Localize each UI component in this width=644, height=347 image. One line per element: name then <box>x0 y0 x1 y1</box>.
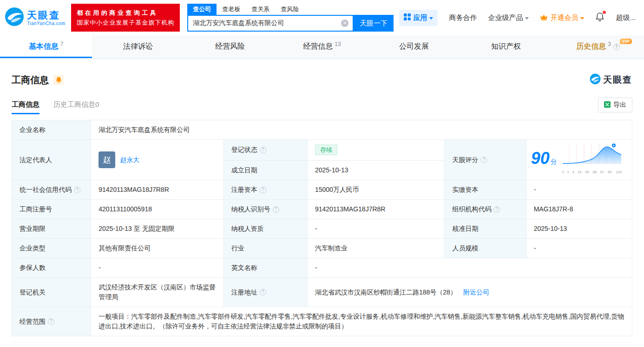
tab-operation-info-count: 13 <box>335 41 341 47</box>
section-divider <box>12 342 632 342</box>
tab-operation-risk[interactable]: 经营风险 <box>184 35 276 58</box>
legal-rep-avatar[interactable]: 赵 <box>99 151 115 168</box>
tab-company-development[interactable]: 公司发展 <box>368 35 460 58</box>
credit-code-label-text: 统一社会信用代码 <box>20 185 72 195</box>
label-business-scope: 经营范围 <box>12 307 91 336</box>
menu-business-cooperation[interactable]: 商务合作 <box>449 13 477 22</box>
menu-apps[interactable]: 应用 <box>399 10 438 26</box>
score-value: 90 <box>531 149 550 168</box>
label-insured-count: 参保人数 <box>12 258 91 278</box>
value-industry: 汽车制造业 <box>307 239 444 258</box>
label-company-type: 企业类型 <box>12 239 91 258</box>
status-badge: 存续 <box>315 144 337 155</box>
logo-domain: TianYanCha.com <box>27 21 66 26</box>
chevron-down-icon <box>525 17 529 20</box>
tab-history-info-count: 3 <box>608 41 611 47</box>
export-label: 导出 <box>613 101 626 109</box>
top-menu: 应用 商务合作 企业级产品 开通会员 <box>399 10 636 26</box>
search-tab-company[interactable]: 查公司 <box>187 4 217 15</box>
help-icon[interactable] <box>493 206 500 213</box>
label-taxpayer-qualification: 纳税人资质 <box>223 219 307 239</box>
help-icon[interactable] <box>480 157 487 163</box>
label-tianyan-score: 天眼评分 <box>445 140 526 180</box>
help-icon[interactable] <box>260 289 266 295</box>
tab-intellectual-property-label: 知识产权 <box>491 42 521 52</box>
tianyancha-logo[interactable]: 天眼查 TianYanCha.com <box>5 7 66 28</box>
value-insured-count: - <box>91 258 223 278</box>
score-axis-labels: 01 315 5085 9799 100 <box>562 167 622 177</box>
excel-export-icon <box>604 101 611 109</box>
search-button[interactable]: 天眼一下 <box>354 15 394 32</box>
menu-enterprise-products[interactable]: 企业级产品 <box>488 13 529 22</box>
tianyancha-company-page: 天眼查 TianYanCha.com 都在用的商业查询工具 国家中小企业发展子基… <box>0 0 644 347</box>
menu-enterprise-label: 企业级产品 <box>488 13 523 22</box>
value-paid-capital: - <box>526 180 632 200</box>
value-registered-address: 湖北省武汉市汉南区纱帽街通江二路188号（28） 附近公司 <box>307 278 632 307</box>
search-tab-relation[interactable]: 查关系 <box>246 4 275 15</box>
label-company-name: 企业名称 <box>12 120 91 140</box>
promo-banner[interactable]: 都在用的商业查询工具 国家中小企业发展子基金旗下机构 <box>71 4 180 32</box>
nearby-companies-link[interactable]: 附近公司 <box>463 288 489 297</box>
tab-basic-info-label: 基本信息 <box>29 42 59 52</box>
logo-brand: 天眼查 <box>27 10 66 21</box>
subscribe-bell-button[interactable] <box>53 75 64 85</box>
help-icon[interactable] <box>260 187 266 193</box>
label-registration-number: 工商注册号 <box>12 200 91 219</box>
notification-dot <box>603 11 606 14</box>
value-company-name: 湖北万安汽车底盘系统有限公司 <box>91 120 632 140</box>
tianyancha-logo-icon <box>590 73 601 86</box>
registered-capital-label-text: 注册资本 <box>231 185 257 195</box>
table-row: 企业类型 其他有限责任公司 行业 汽车制造业 人员规模 - <box>12 239 632 258</box>
tab-operation-risk-label: 经营风险 <box>215 42 245 52</box>
value-registration-status: 存续 <box>307 140 444 161</box>
label-registered-capital: 注册资本 <box>223 180 307 200</box>
label-org-code: 组织机构代码 <box>445 200 526 219</box>
help-icon[interactable] <box>273 206 279 213</box>
menu-open-vip[interactable]: 开通会员 <box>540 13 584 22</box>
tab-history-info[interactable]: VIP 历史信息 3 <box>552 35 644 58</box>
promo-line-2: 国家中小企业发展子基金旗下机构 <box>77 18 174 27</box>
company-nav-tabs: 基本信息 7 法律诉讼 经营风险 经营信息 13 公司发展 知识产权 VIP 历… <box>0 35 644 59</box>
search-input[interactable] <box>188 20 341 27</box>
notification-bell[interactable] <box>595 12 605 23</box>
tab-company-development-label: 公司发展 <box>399 42 429 52</box>
search-tab-risk[interactable]: 查风险 <box>275 4 304 15</box>
help-icon[interactable] <box>74 187 80 193</box>
clear-search-icon[interactable] <box>341 20 348 27</box>
registered-address-label-text: 注册地址 <box>231 288 257 297</box>
table-row: 参保人数 - 英文名称 - <box>12 258 632 278</box>
label-industry: 行业 <box>223 239 307 258</box>
subtab-history-business-info[interactable]: 历史工商信息0 <box>53 100 99 114</box>
legal-rep-link[interactable]: 赵永大 <box>120 155 139 165</box>
score-curve-svg <box>562 143 622 164</box>
subtab-business-info[interactable]: 工商信息 <box>12 100 39 114</box>
section-header: 工商信息 天眼查 <box>12 73 632 86</box>
search-tab-boss[interactable]: 查老板 <box>217 4 246 15</box>
value-staff-size: - <box>526 239 632 258</box>
tab-legal-litigation[interactable]: 法律诉讼 <box>92 35 184 58</box>
chevron-down-icon <box>429 17 433 20</box>
tab-intellectual-property[interactable]: 知识产权 <box>460 35 552 58</box>
promo-line-1: 都在用的商业查询工具 <box>77 8 174 18</box>
tianyan-score-label-text: 天眼评分 <box>452 155 478 165</box>
search-box <box>187 15 354 32</box>
org-code-label-text: 组织机构代码 <box>452 204 491 214</box>
watermark-logo: 天眼查 <box>590 73 632 86</box>
value-tianyan-score: 90分 <box>526 140 632 180</box>
export-button[interactable]: 导出 <box>598 98 632 112</box>
help-icon[interactable] <box>48 318 54 325</box>
tab-operation-info[interactable]: 经营信息 13 <box>276 35 368 58</box>
value-registration-number: 420113110005918 <box>91 200 223 219</box>
help-icon[interactable] <box>613 44 620 50</box>
value-registered-capital: 15000万人民币 <box>307 180 444 200</box>
table-row: 登记机关 武汉经济技术开发区（汉南区）市场监督管理局 注册地址 湖北省武汉市汉南… <box>12 278 632 307</box>
score-number[interactable]: 90分 <box>531 153 557 167</box>
tab-basic-info[interactable]: 基本信息 7 <box>0 35 92 58</box>
menu-super-vip[interactable]: 超级... <box>616 13 636 22</box>
menu-apps-label: 应用 <box>413 13 427 22</box>
help-icon[interactable] <box>260 147 266 153</box>
label-credit-code: 统一社会信用代码 <box>12 180 91 200</box>
table-row: 营业期限 2025-10-13 至 无固定期限 纳税人资质 - 核准日期 202… <box>12 219 632 239</box>
label-approval-date: 核准日期 <box>445 219 526 239</box>
top-bar: 天眼查 TianYanCha.com 都在用的商业查询工具 国家中小企业发展子基… <box>0 0 644 35</box>
